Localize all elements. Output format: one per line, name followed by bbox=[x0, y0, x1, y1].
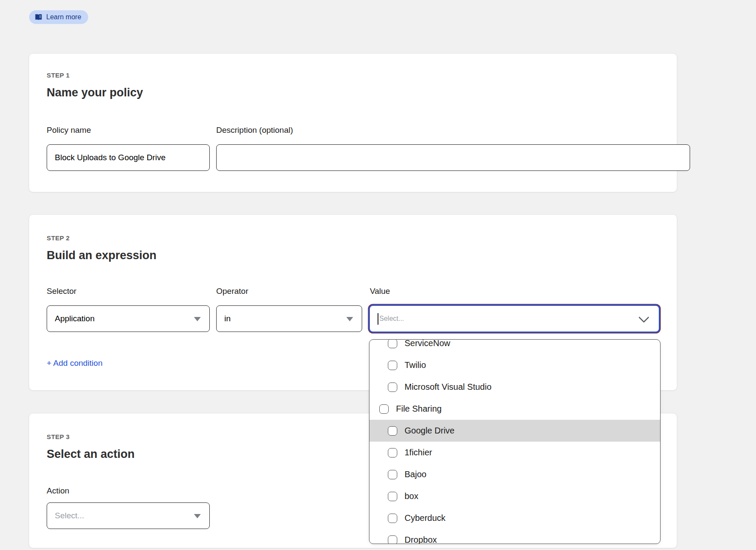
checkbox-unchecked[interactable] bbox=[388, 492, 397, 501]
dropdown-option[interactable]: box bbox=[369, 485, 660, 507]
dropdown-option-label: Twilio bbox=[405, 360, 426, 370]
dropdown-option[interactable]: Cyberduck bbox=[369, 507, 660, 529]
chevron-down-icon bbox=[194, 317, 201, 321]
step1-card: STEP 1 Name your policy Policy name Desc… bbox=[29, 53, 677, 192]
dropdown-option-label: Microsoft Visual Studio bbox=[405, 382, 491, 392]
dropdown-option-label: File Sharing bbox=[396, 404, 442, 414]
operator-label: Operator bbox=[216, 287, 248, 296]
chevron-down-icon bbox=[346, 317, 353, 321]
policy-name-input[interactable] bbox=[47, 144, 210, 171]
learn-more-label: Learn more bbox=[46, 13, 81, 21]
checkbox-unchecked[interactable] bbox=[388, 448, 397, 457]
dropdown-option[interactable]: Twilio bbox=[369, 354, 660, 376]
checkbox-unchecked[interactable] bbox=[388, 339, 397, 348]
value-dropdown-panel: ServiceNowTwilioMicrosoft Visual StudioF… bbox=[369, 339, 661, 544]
dropdown-option[interactable]: Dropbox bbox=[369, 529, 660, 544]
step1-step-label: STEP 1 bbox=[47, 72, 70, 79]
checkbox-unchecked[interactable] bbox=[388, 383, 397, 392]
dropdown-option[interactable]: 1fichier bbox=[369, 442, 660, 463]
step2-title: Build an expression bbox=[47, 249, 157, 262]
checkbox-unchecked[interactable] bbox=[388, 426, 397, 436]
checkbox-unchecked[interactable] bbox=[388, 361, 397, 370]
selector-label: Selector bbox=[47, 287, 77, 296]
action-select-placeholder: Select... bbox=[55, 511, 84, 520]
description-input[interactable] bbox=[216, 144, 690, 171]
dropdown-option-label: ServiceNow bbox=[405, 339, 450, 348]
dropdown-option-label: Google Drive bbox=[405, 426, 455, 436]
value-placeholder: Select... bbox=[379, 315, 404, 323]
step3-title: Select an action bbox=[47, 448, 135, 461]
checkbox-unchecked[interactable] bbox=[388, 470, 397, 479]
selector-select[interactable]: Application bbox=[47, 305, 210, 332]
dropdown-option[interactable]: File Sharing bbox=[369, 398, 660, 420]
step1-title: Name your policy bbox=[47, 86, 143, 99]
policy-name-label: Policy name bbox=[47, 126, 91, 135]
value-label: Value bbox=[370, 287, 390, 296]
chevron-down-icon bbox=[194, 514, 201, 518]
text-cursor bbox=[378, 313, 378, 325]
dropdown-option[interactable]: ServiceNow bbox=[369, 339, 660, 354]
action-label: Action bbox=[47, 486, 69, 496]
selector-select-value: Application bbox=[55, 314, 95, 323]
value-multiselect[interactable]: Select... bbox=[369, 305, 660, 333]
checkbox-unchecked[interactable] bbox=[388, 514, 397, 523]
chevron-down-icon bbox=[638, 312, 649, 323]
policy-builder-page: Learn more STEP 1 Name your policy Polic… bbox=[0, 0, 756, 550]
description-label: Description (optional) bbox=[216, 126, 293, 135]
operator-select[interactable]: in bbox=[216, 305, 362, 332]
dropdown-option[interactable]: Microsoft Visual Studio bbox=[369, 376, 660, 398]
learn-more-button[interactable]: Learn more bbox=[29, 10, 88, 24]
book-icon bbox=[35, 14, 42, 21]
add-condition-link[interactable]: + Add condition bbox=[47, 359, 102, 368]
operator-select-value: in bbox=[224, 314, 231, 323]
dropdown-option-label: Cyberduck bbox=[405, 513, 446, 523]
step2-step-label: STEP 2 bbox=[47, 234, 70, 242]
checkbox-unchecked[interactable] bbox=[379, 404, 389, 414]
checkbox-unchecked[interactable] bbox=[388, 535, 397, 544]
dropdown-option-label: Dropbox bbox=[405, 535, 437, 544]
dropdown-option[interactable]: Google Drive bbox=[369, 420, 660, 442]
dropdown-option-label: Bajoo bbox=[405, 469, 426, 479]
dropdown-option-label: box bbox=[405, 491, 418, 501]
value-dropdown-list: ServiceNowTwilioMicrosoft Visual StudioF… bbox=[369, 339, 660, 544]
step3-step-label: STEP 3 bbox=[47, 433, 70, 440]
dropdown-option[interactable]: Bajoo bbox=[369, 463, 660, 485]
action-select[interactable]: Select... bbox=[47, 502, 210, 529]
dropdown-option-label: 1fichier bbox=[405, 448, 432, 457]
